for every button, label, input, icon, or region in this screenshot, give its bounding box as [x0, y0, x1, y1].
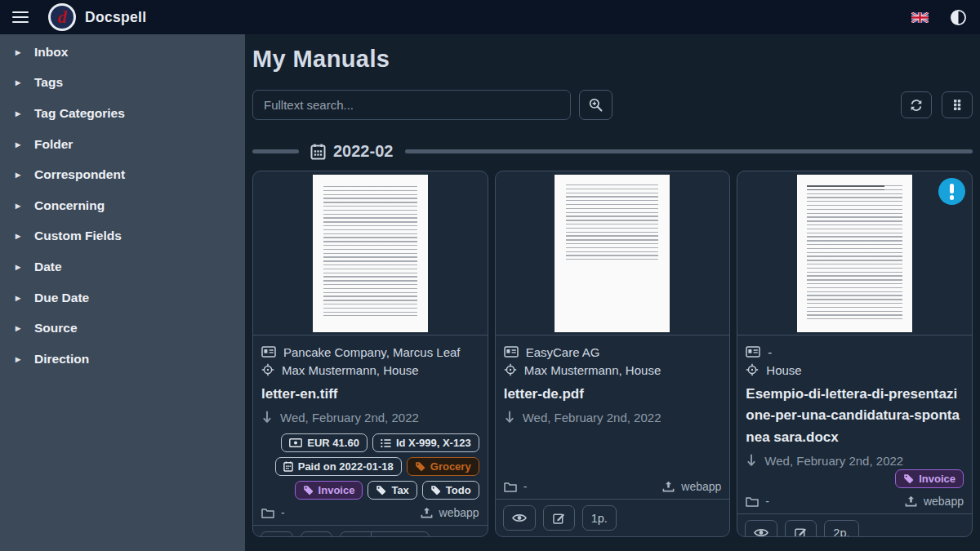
menu-hamburger-icon[interactable]	[12, 11, 29, 24]
sidebar-item-label: Concerning	[34, 198, 105, 213]
tag-badge-tax: Tax	[368, 481, 416, 500]
next-attachment-button[interactable]	[341, 532, 371, 537]
source-value: webapp	[681, 480, 721, 493]
attachment-group: 1/2, 1p.	[340, 531, 430, 537]
sidebar-item-tag-categories[interactable]: ▸Tag Categories	[0, 98, 245, 129]
chevron-right-icon: ▸	[16, 200, 24, 211]
badge-label: Invoice	[318, 484, 355, 496]
item-date-line: Wed, February 2nd, 2022	[261, 411, 479, 424]
arrow-down-icon	[746, 454, 757, 467]
item-name: letter-en.tiff	[261, 384, 479, 405]
page-title: My Manuals	[252, 46, 973, 73]
docspell-logo-icon: d	[48, 3, 76, 31]
item-card[interactable]: - House Esempio-di-lettera-di-presentazi…	[737, 171, 973, 537]
chevron-right-icon: ▸	[16, 230, 24, 242]
tag-badge-grocery: Grocery	[407, 457, 479, 476]
item-card[interactable]: EasyCare AG Max Mustermann, House letter…	[495, 171, 731, 537]
document-thumbnail[interactable]	[555, 175, 670, 332]
correspondent-value: Pancake Company, Marcus Leaf	[283, 345, 461, 359]
sidebar-item-label: Tag Categories	[34, 106, 125, 121]
date-group-header: 2022-02	[252, 142, 973, 161]
sidebar-item-label: Inbox	[34, 45, 68, 60]
app-title: Docspell	[85, 9, 146, 26]
tag-icon	[376, 485, 386, 495]
main-content: My Manuals	[245, 34, 980, 551]
sidebar-item-label: Date	[34, 260, 62, 274]
chevron-right-icon: ▸	[16, 292, 24, 304]
item-card-list: Pancake Company, Marcus Leaf Max Musterm…	[252, 171, 973, 537]
source-value: webapp	[924, 495, 964, 508]
sidebar-item-folder[interactable]: ▸Folder	[0, 129, 245, 160]
chevron-right-icon: ▸	[16, 169, 24, 180]
arrow-down-icon	[261, 411, 273, 424]
folder-icon	[504, 482, 517, 492]
page-count-button[interactable]: 1p.	[582, 505, 617, 531]
document-thumbnail[interactable]	[797, 175, 912, 332]
preview-button[interactable]	[261, 531, 293, 537]
badge-label: Todo	[446, 484, 471, 496]
logo-letter: d	[58, 8, 67, 26]
app-logo[interactable]: d Docspell	[48, 3, 146, 31]
tag-icon	[430, 485, 441, 495]
chevron-right-icon: ▸	[16, 322, 24, 334]
sidebar-item-due-date[interactable]: ▸Due Date	[0, 282, 245, 313]
thumbnail-area	[253, 171, 488, 335]
edit-button[interactable]	[785, 520, 817, 537]
new-item-indicator-icon	[938, 178, 965, 205]
badge-label: Grocery	[430, 460, 471, 473]
eye-icon	[754, 527, 768, 537]
item-name: Esempio-di-lettera-di-presentazione-per-…	[746, 384, 964, 448]
tag-badge-invoice: Invoice	[895, 469, 964, 488]
card-actions: 2p.	[737, 513, 972, 537]
sidebar-item-date[interactable]: ▸Date	[0, 251, 245, 282]
concerning-line: House	[746, 363, 964, 377]
sidebar-item-correspondent[interactable]: ▸Correspondent	[0, 159, 245, 190]
chevron-right-icon: ▸	[16, 47, 24, 58]
badge-label: Paid on 2022-01-18	[298, 460, 394, 473]
sidebar-item-label: Folder	[34, 137, 73, 152]
address-card-icon	[504, 346, 519, 358]
card-actions: 1/2, 1p.	[253, 525, 488, 537]
money-bill-icon	[289, 438, 302, 447]
edit-pencil-icon	[795, 527, 807, 537]
refresh-button[interactable]	[901, 91, 932, 118]
sidebar-item-inbox[interactable]: ▸Inbox	[0, 37, 245, 68]
chevron-right-icon: ▸	[16, 353, 24, 365]
paid-date-badge: Paid on 2022-01-18	[275, 457, 402, 476]
badge-label: EUR 41.60	[307, 437, 359, 449]
sidebar-item-direction[interactable]: ▸Direction	[0, 344, 245, 375]
tag-icon	[303, 485, 314, 495]
document-thumbnail[interactable]	[313, 175, 428, 332]
edit-pencil-icon	[553, 512, 565, 524]
upload-icon	[905, 495, 917, 508]
sidebar: ▸Inbox ▸Tags ▸Tag Categories ▸Folder ▸Co…	[0, 34, 245, 551]
search-button[interactable]	[579, 90, 612, 120]
sidebar-item-label: Due Date	[34, 291, 89, 305]
sidebar-item-concerning[interactable]: ▸Concerning	[0, 190, 245, 221]
page-count: 2p.	[833, 527, 849, 537]
preview-button[interactable]	[745, 520, 777, 537]
sidebar-item-source[interactable]: ▸Source	[0, 313, 245, 344]
badge-label: Tax	[391, 484, 408, 496]
amount-badge: EUR 41.60	[281, 433, 368, 452]
item-card[interactable]: Pancake Company, Marcus Leaf Max Musterm…	[252, 171, 488, 537]
folder-icon	[261, 508, 274, 518]
address-card-icon	[746, 346, 760, 358]
sidebar-item-custom-fields[interactable]: ▸Custom Fields	[0, 221, 245, 252]
uk-flag-icon[interactable]	[911, 12, 929, 23]
item-date: Wed, February 2nd, 2022	[523, 411, 662, 424]
fulltext-search-input[interactable]	[252, 90, 571, 120]
preview-button[interactable]	[503, 505, 536, 531]
dark-mode-toggle-icon[interactable]	[950, 9, 967, 26]
grid-view-button[interactable]	[942, 91, 973, 118]
item-date-line: Wed, February 2nd, 2022	[504, 411, 722, 424]
edit-button[interactable]	[543, 505, 575, 531]
sidebar-item-label: Tags	[34, 75, 63, 90]
calendar-icon	[283, 461, 293, 472]
sidebar-item-tags[interactable]: ▸Tags	[0, 68, 245, 99]
edit-button[interactable]	[301, 531, 332, 537]
arrow-down-icon	[504, 411, 515, 424]
divider-line	[405, 149, 973, 153]
page-count-button[interactable]: 2p.	[824, 520, 858, 537]
concerning-value: Max Mustermann, House	[282, 363, 419, 377]
